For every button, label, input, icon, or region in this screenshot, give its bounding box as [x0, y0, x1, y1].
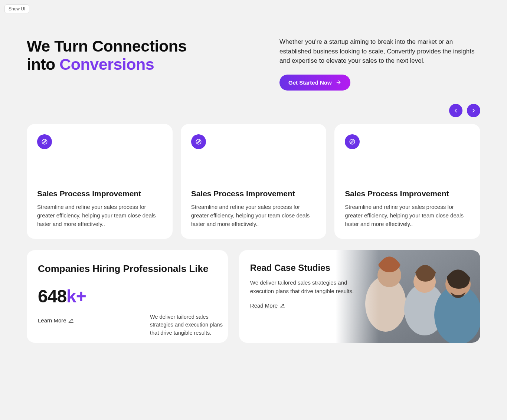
bottom-panels: Companies Hiring Professionals Like 648k… [27, 250, 480, 343]
stats-panel: Companies Hiring Professionals Like 648k… [27, 250, 228, 343]
carousel-nav [27, 104, 480, 117]
card-title: Sales Process Improvement [191, 189, 316, 198]
service-icon [191, 134, 206, 149]
stats-desc: We deliver tailored sales strategies and… [150, 313, 232, 337]
learn-more-label: Learn More [38, 317, 66, 324]
card-title: Sales Process Improvement [37, 189, 162, 198]
card-desc: Streamline and refine your sales process… [345, 203, 470, 229]
svg-point-4 [196, 139, 201, 144]
read-more-label: Read More [250, 302, 278, 309]
feature-cards: Sales Process Improvement Streamline and… [27, 124, 480, 239]
chevron-left-icon [453, 108, 459, 114]
case-studies-panel: Read Case Studies We deliver tailored sa… [239, 250, 480, 343]
arrow-up-right-icon: ↗ [280, 302, 285, 309]
page-content: We Turn Connections into Conversions Whe… [0, 0, 507, 358]
hero-section: We Turn Connections into Conversions Whe… [27, 37, 480, 91]
hero-left: We Turn Connections into Conversions [27, 37, 228, 74]
show-ui-button[interactable]: Show UI [4, 4, 29, 13]
hero-right: Whether you're a startup aiming to break… [279, 37, 480, 91]
arrow-up-right-icon: ↗ [69, 317, 73, 324]
card-desc: Streamline and refine your sales process… [37, 203, 162, 229]
case-title: Read Case Studies [250, 263, 469, 273]
stats-title: Companies Hiring Professionals Like [38, 263, 217, 275]
read-more-link[interactable]: Read More ↗ [250, 302, 285, 309]
chevron-right-icon [471, 108, 477, 114]
hero-title-line1: We Turn Connections [27, 37, 187, 55]
hero-title: We Turn Connections into Conversions [27, 37, 228, 74]
hero-title-accent: Conversions [59, 55, 154, 73]
circle-pattern-icon [41, 138, 48, 145]
service-icon [37, 134, 52, 149]
card-title: Sales Process Improvement [345, 189, 470, 198]
next-button[interactable] [467, 104, 480, 117]
get-started-button[interactable]: Get Started Now [279, 75, 350, 91]
circle-pattern-icon [349, 138, 356, 145]
stats-number: 648k+ [38, 286, 217, 306]
card-desc: Streamline and refine your sales process… [191, 203, 316, 229]
svg-point-7 [350, 139, 355, 144]
feature-card[interactable]: Sales Process Improvement Streamline and… [181, 124, 327, 239]
feature-card[interactable]: Sales Process Improvement Streamline and… [27, 124, 173, 239]
arrow-right-icon [336, 79, 341, 85]
cta-label: Get Started Now [288, 79, 332, 86]
svg-point-1 [42, 139, 47, 144]
prev-button[interactable] [449, 104, 462, 117]
case-desc: We deliver tailored sales strategies and… [250, 278, 354, 296]
stats-suffix: k+ [66, 286, 86, 306]
learn-more-link[interactable]: Learn More ↗ [38, 317, 73, 324]
hero-title-line2-pre: into [27, 55, 59, 73]
circle-pattern-icon [195, 138, 202, 145]
feature-card[interactable]: Sales Process Improvement Streamline and… [334, 124, 480, 239]
hero-description: Whether you're a startup aiming to break… [279, 37, 480, 66]
service-icon [345, 134, 360, 149]
stats-value: 648 [38, 286, 66, 306]
